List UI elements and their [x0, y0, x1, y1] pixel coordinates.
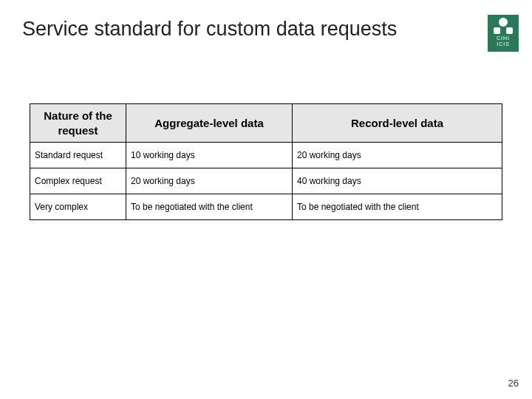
- standards-table-wrap: Nature of the request Aggregate-level da…: [30, 103, 502, 220]
- table-row: Standard request 10 working days 20 work…: [30, 143, 502, 168]
- cell-record: To be negotiated with the client: [293, 194, 502, 220]
- logo-text: CIHI ICIS: [497, 35, 510, 47]
- standards-table: Nature of the request Aggregate-level da…: [30, 103, 502, 220]
- table-row: Complex request 20 working days 40 worki…: [30, 168, 502, 194]
- cell-record: 40 working days: [293, 168, 502, 194]
- table-row: Very complex To be negotiated with the c…: [30, 194, 502, 220]
- header-nature: Nature of the request: [30, 104, 126, 143]
- cell-aggregate: To be negotiated with the client: [126, 194, 293, 220]
- cell-nature: Complex request: [30, 168, 126, 194]
- header-aggregate: Aggregate-level data: [126, 104, 293, 143]
- logo-head-icon: [499, 18, 508, 27]
- page-number: 26: [508, 378, 519, 389]
- slide-title: Service standard for custom data request…: [22, 18, 397, 41]
- cell-aggregate: 20 working days: [126, 168, 293, 194]
- cell-aggregate: 10 working days: [126, 143, 293, 168]
- header-record: Record-level data: [293, 104, 502, 143]
- logo-text-line2: ICIS: [497, 41, 510, 47]
- table-header-row: Nature of the request Aggregate-level da…: [30, 104, 502, 143]
- logo-arms-icon: [494, 27, 513, 33]
- cell-record: 20 working days: [293, 143, 502, 168]
- cell-nature: Very complex: [30, 194, 126, 220]
- logo-text-line1: CIHI: [497, 35, 510, 41]
- org-logo: CIHI ICIS: [488, 15, 519, 52]
- cell-nature: Standard request: [30, 143, 126, 168]
